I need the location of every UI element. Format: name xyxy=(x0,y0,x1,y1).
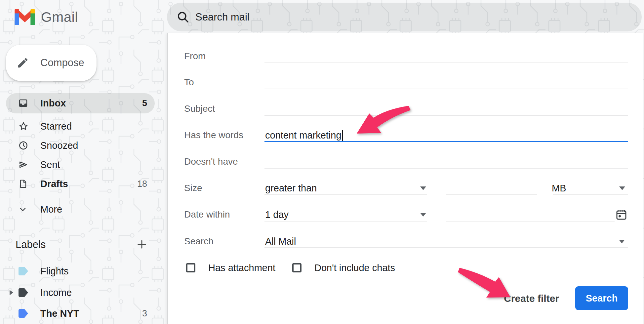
labels-section-title: Labels xyxy=(16,235,46,254)
has-the-words-focus-underline xyxy=(264,141,628,142)
size-operator-underline xyxy=(264,194,427,195)
label-tag-icon xyxy=(18,266,28,276)
chevron-down-icon xyxy=(18,205,27,214)
sidebar-item-more[interactable]: More xyxy=(0,200,159,219)
has-the-words-value: content marketing xyxy=(265,130,342,141)
has-attachment-checkbox[interactable] xyxy=(186,263,195,272)
has-attachment-label: Has attachment xyxy=(208,258,275,277)
sidebar-item-label: Snoozed xyxy=(40,136,78,155)
text-cursor xyxy=(342,130,343,142)
search-mail-bar[interactable]: Search mail xyxy=(167,3,642,31)
sidebar-item-sent[interactable]: Sent xyxy=(0,155,159,174)
sidebar-label-the-nyt[interactable]: The NYT 3 xyxy=(0,304,159,323)
advanced-search-panel: From To Subject Has the words content ma… xyxy=(167,33,643,324)
search-icon xyxy=(177,11,189,23)
sidebar-label-flights[interactable]: Flights xyxy=(0,262,159,281)
send-icon xyxy=(18,160,28,170)
sidebar-item-count xyxy=(122,136,147,155)
compose-button[interactable]: Compose xyxy=(6,45,97,81)
size-unit-dropdown-arrow-icon[interactable] xyxy=(619,186,625,190)
label-tag-icon xyxy=(18,309,28,318)
sidebar-label-name: The NYT xyxy=(40,304,79,323)
sidebar-label-name: Income xyxy=(40,283,72,302)
calendar-icon[interactable] xyxy=(616,209,627,220)
sidebar-item-starred[interactable]: Starred xyxy=(0,117,159,136)
compose-label: Compose xyxy=(40,57,84,69)
subject-underline xyxy=(264,115,628,116)
size-label: Size xyxy=(184,179,202,198)
search-scope-dropdown-arrow-icon[interactable] xyxy=(619,240,625,243)
size-amount-underline xyxy=(446,194,537,195)
gmail-wordmark: Gmail xyxy=(41,9,78,25)
draft-icon xyxy=(18,179,28,189)
sidebar-item-label: Inbox xyxy=(40,94,66,113)
sidebar-label-count xyxy=(122,262,147,281)
sidebar-item-count xyxy=(122,155,147,174)
sidebar-item-label: More xyxy=(40,200,62,219)
pencil-icon xyxy=(17,57,29,69)
sidebar-label-count xyxy=(122,283,147,302)
clock-icon xyxy=(18,141,28,151)
inbox-icon xyxy=(18,98,28,108)
gmail-logo[interactable]: Gmail xyxy=(15,9,78,26)
has-the-words-label: Has the words xyxy=(184,126,243,145)
from-label: From xyxy=(184,47,206,66)
sidebar-item-count: 5 xyxy=(122,94,147,113)
date-within-label: Date within xyxy=(184,205,230,224)
sidebar-item-label: Sent xyxy=(40,155,60,174)
sidebar-item-label: Starred xyxy=(40,117,72,136)
dont-include-chats-label: Don't include chats xyxy=(314,258,395,277)
search-scope-underline xyxy=(264,247,628,248)
sidebar-item-drafts[interactable]: Drafts 18 xyxy=(0,174,159,193)
sidebar-item-count: 18 xyxy=(122,174,147,193)
doesnt-have-label: Doesn't have xyxy=(184,152,238,171)
sidebar: Gmail Compose Inbox 5 Starred xyxy=(0,0,167,324)
date-range-dropdown-arrow-icon[interactable] xyxy=(420,213,426,217)
gmail-m-icon xyxy=(15,9,35,25)
star-icon xyxy=(18,121,29,132)
sidebar-item-count xyxy=(122,117,147,136)
subject-label: Subject xyxy=(184,99,215,118)
sidebar-label-name: Flights xyxy=(40,262,68,281)
label-tag-icon xyxy=(18,288,28,297)
sidebar-label-count: 3 xyxy=(122,304,147,323)
expand-arrow-icon[interactable] xyxy=(10,290,13,295)
sidebar-item-label: Drafts xyxy=(40,174,68,193)
search-placeholder: Search mail xyxy=(195,11,250,23)
size-operator-dropdown-arrow-icon[interactable] xyxy=(420,186,426,190)
size-unit-underline xyxy=(553,194,628,195)
date-underline xyxy=(446,221,615,222)
to-underline xyxy=(264,89,628,89)
to-label: To xyxy=(184,73,194,92)
sidebar-item-inbox[interactable]: Inbox 5 xyxy=(0,94,159,113)
from-underline xyxy=(264,62,628,63)
sidebar-item-snoozed[interactable]: Snoozed xyxy=(0,136,159,155)
doesnt-have-underline xyxy=(264,168,628,169)
plus-icon[interactable] xyxy=(136,239,147,250)
gmail-advanced-search-screen: Gmail Compose Inbox 5 Starred xyxy=(0,0,644,324)
create-filter-button[interactable]: Create filter xyxy=(465,289,559,308)
search-scope-dropdown[interactable]: All Mail xyxy=(265,232,296,251)
search-scope-label: Search xyxy=(184,232,214,251)
date-range-underline xyxy=(264,221,427,222)
sidebar-label-income[interactable]: Income xyxy=(0,283,159,302)
search-button[interactable]: Search xyxy=(575,286,628,310)
dont-include-chats-checkbox[interactable] xyxy=(292,263,302,272)
